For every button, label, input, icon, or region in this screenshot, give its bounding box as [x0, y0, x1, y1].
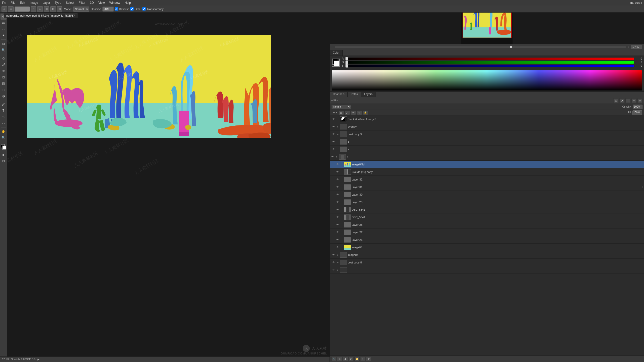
mode-select[interactable]: Normal Multiply Screen [73, 7, 89, 12]
menu-type[interactable]: Type [53, 1, 63, 5]
zoom-plus[interactable]: + [628, 46, 629, 49]
layer-eye-32[interactable]: 👁 [336, 178, 339, 181]
gradient-tool[interactable]: ▤ [1, 80, 7, 86]
opacity-value-input[interactable] [633, 105, 642, 109]
lasso-tool[interactable]: ⌓ [1, 26, 7, 32]
add-mask-btn[interactable]: ◑ [343, 357, 348, 361]
marquee-tool[interactable]: ▭ [1, 20, 7, 26]
layer-29[interactable]: 👁 Layer 29 [330, 198, 644, 206]
layer-eye-postcopy9[interactable]: 👁 [332, 133, 335, 135]
color-picker[interactable] [1, 144, 6, 150]
zoom-slider[interactable] [335, 47, 626, 48]
layer-image04z[interactable]: 👁 image04z [330, 244, 644, 251]
layer-eye-28[interactable]: 👁 [336, 223, 339, 226]
layer-filter-smart[interactable]: ⊠ [637, 98, 642, 103]
fill-value-input[interactable] [632, 110, 642, 115]
layers-mode-select[interactable]: Normal Multiply Screen [331, 105, 351, 109]
lock-position[interactable]: ✥ [351, 110, 356, 115]
menu-layer[interactable]: Layer [41, 1, 52, 5]
document-tab[interactable]: patreon11_paintover.psd @ 57.1% (image04… [4, 13, 78, 18]
eraser-tool[interactable]: ◻ [1, 74, 7, 80]
layer-27[interactable]: 👁 Layer 27 [330, 229, 644, 236]
layer-eye-a[interactable]: 👁 [332, 148, 335, 151]
layer-eye-31[interactable]: 👁 [336, 186, 339, 188]
layer-32[interactable]: 👁 Layer 32 [330, 176, 644, 183]
layer-dsc5841a[interactable]: 👁 DSC_5841 [330, 206, 644, 213]
layer-filter-type[interactable]: T [625, 98, 630, 103]
layer-image04id[interactable]: 👁 image04id [330, 161, 644, 168]
green-thumb[interactable] [345, 61, 348, 64]
green-slider[interactable] [345, 61, 634, 64]
tab-color[interactable]: Color [330, 50, 343, 56]
layer-eye-group4[interactable]: 👁 [331, 155, 334, 158]
lock-transparent[interactable]: ▦ [339, 110, 344, 115]
layer-clouds16copy[interactable]: 👁 Clouds (16) copy [330, 168, 644, 176]
menu-select[interactable]: Select [64, 1, 76, 5]
new-group-btn[interactable]: 📁 [354, 357, 359, 361]
layer-eye-clouds16copy[interactable]: 👁 [336, 170, 339, 173]
menu-image[interactable]: Image [28, 1, 40, 5]
zoom-thumb[interactable] [510, 46, 512, 48]
blue-slider[interactable] [345, 65, 634, 67]
crop-tool[interactable]: ⊡ [1, 41, 7, 47]
layer-eye-26[interactable]: 👁 [336, 238, 339, 241]
zoom-input[interactable] [631, 45, 642, 49]
layer-filter-pixel[interactable]: ◻ [613, 98, 618, 103]
layer-eye-dsc5841b[interactable]: 👁 [336, 216, 339, 218]
layer-eye-image04id[interactable]: 👁 [336, 163, 339, 166]
layer-image04-group[interactable]: 👁 ▶ image04 [330, 251, 644, 259]
layer-28[interactable]: 👁 Layer 28 [330, 221, 644, 229]
zoom-minus[interactable]: − [332, 46, 333, 49]
dodge-tool[interactable]: ◑ [1, 93, 7, 99]
color-swatch-preview[interactable] [332, 59, 340, 67]
layer-dsc5841b[interactable]: 👁 DSC_5841 [330, 213, 644, 221]
menu-3d[interactable]: 3D [88, 1, 96, 5]
tool-option-4[interactable]: ⊞ [44, 6, 49, 12]
layer-overlay[interactable]: 👁 ▶ overlay [330, 123, 644, 130]
opacity-input[interactable] [102, 7, 114, 12]
layer-1[interactable]: 👁 1 [330, 138, 644, 146]
new-adjustment-btn[interactable]: ◐ [349, 357, 354, 361]
layer-eye-bw1copy3[interactable]: 👁 [332, 118, 335, 120]
tool-option-3[interactable]: ⧠ [37, 6, 43, 12]
layer-eye-27[interactable]: 👁 [336, 231, 339, 234]
layer-eye-dsc5841a[interactable]: 👁 [336, 208, 339, 211]
home-btn[interactable]: ⌂ [2, 6, 7, 12]
quick-mask-btn[interactable]: ◨ [1, 152, 7, 158]
menu-help[interactable]: Help [123, 1, 133, 5]
color-spectrum[interactable] [332, 70, 642, 90]
blur-tool[interactable]: ◌ [1, 87, 7, 93]
brush-tool[interactable]: 🖌 [1, 62, 7, 68]
pen-tool[interactable]: 🖊 [1, 101, 7, 107]
lock-artboards[interactable]: ⊡ [357, 110, 362, 115]
menu-view[interactable]: View [96, 1, 107, 5]
red-thumb[interactable] [345, 57, 348, 61]
layer-31[interactable]: 👁 Layer 31 ↑ [330, 183, 644, 191]
layer-eye-1[interactable]: 👁 [332, 140, 335, 143]
layer-eye-29[interactable]: 👁 [336, 201, 339, 203]
tool-option-2[interactable]: ▫ [31, 6, 36, 12]
layer-26[interactable]: 👁 Layer 26 [330, 236, 644, 244]
hand-tool[interactable]: ✋ [1, 128, 7, 134]
brush-size-display[interactable] [15, 7, 30, 12]
menu-file[interactable]: File [9, 1, 17, 5]
layer-filter-shape[interactable]: ▭ [631, 98, 636, 103]
shape-tool[interactable]: ▭ [1, 120, 7, 126]
layer-a[interactable]: 👁 a [330, 146, 644, 153]
tool-option-1[interactable]: ▭ [8, 6, 14, 12]
menu-window[interactable]: Window [107, 1, 122, 5]
screen-mode-btn[interactable]: ⊡ [1, 158, 7, 164]
blue-thumb[interactable] [345, 64, 348, 68]
link-layers-btn[interactable]: 🔗 [331, 357, 336, 361]
layer-postcopy8[interactable]: 👁 ▶ post copy 8 [330, 259, 644, 266]
layer-lastgroup[interactable]: 👁 ▶ [330, 266, 644, 274]
transparency-checkbox[interactable] [142, 7, 146, 11]
type-tool[interactable]: T [1, 108, 7, 114]
lock-all[interactable]: 🔒 [363, 110, 368, 115]
tool-option-6[interactable]: ⊠ [57, 6, 62, 12]
clone-tool[interactable]: ⊕ [1, 68, 7, 74]
layer-postcopy9[interactable]: 👁 ▶ post copy 9 [330, 130, 644, 138]
layer-group4[interactable]: 👁 ▼ 4 [330, 153, 644, 161]
layer-eye-overlay[interactable]: 👁 [332, 125, 335, 128]
menu-filter[interactable]: Filter [77, 1, 88, 5]
